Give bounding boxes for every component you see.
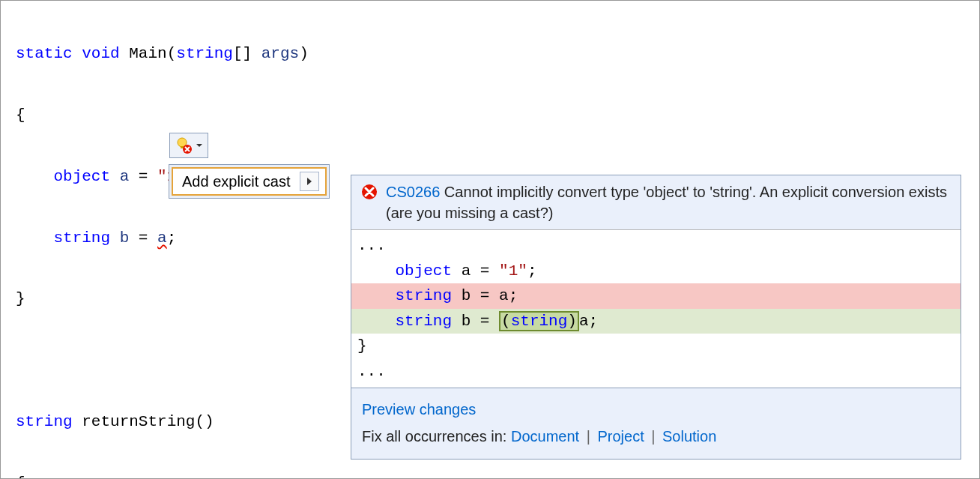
submenu-arrow[interactable]: [300, 172, 319, 191]
keyword-static: static: [16, 45, 73, 62]
quickfix-preview-panel: CS0266 Cannot implicitly convert type 'o…: [351, 175, 961, 460]
code-line[interactable]: {: [16, 469, 979, 479]
fix-project-link[interactable]: Project: [597, 428, 644, 445]
error-message: CS0266 Cannot implicitly convert type 'o…: [386, 181, 952, 223]
method-name: Main: [129, 45, 166, 62]
diff-preview: ... object a = "1"; string b = a; string…: [351, 229, 961, 388]
preview-footer: Preview changes Fix all occurrences in: …: [351, 388, 961, 459]
diff-added: string b = (string)a;: [351, 309, 961, 334]
keyword-void: void: [82, 45, 119, 62]
code-line[interactable]: {: [16, 100, 979, 131]
chevron-right-icon: [306, 177, 313, 186]
inserted-cast: (string): [499, 311, 579, 331]
error-icon: [360, 183, 378, 201]
quickfix-item-add-explicit-cast[interactable]: Add explicit cast: [172, 167, 327, 196]
fix-document-link[interactable]: Document: [511, 428, 579, 445]
lightbulb-error-icon: [175, 136, 193, 154]
error-header: CS0266 Cannot implicitly convert type 'o…: [351, 175, 961, 229]
diff-removed: string b = a;: [351, 283, 961, 309]
diff-context: ...: [351, 359, 961, 385]
diff-context: ...: [351, 233, 961, 259]
quickfix-label: Add explicit cast: [182, 173, 291, 190]
error-underline[interactable]: a: [157, 229, 167, 247]
lightbulb-button[interactable]: [169, 133, 208, 158]
diff-context: }: [351, 334, 961, 359]
fix-occurrences-label: Fix all occurrences in:: [362, 428, 511, 445]
chevron-down-icon: [196, 142, 203, 149]
fix-solution-link[interactable]: Solution: [662, 428, 716, 445]
code-line[interactable]: static void Main(string[] args): [16, 39, 979, 70]
preview-changes-link[interactable]: Preview changes: [362, 401, 476, 418]
quickfix-menu: Add explicit cast: [169, 164, 330, 199]
diff-context: object a = "1";: [351, 259, 961, 284]
error-code: CS0266: [386, 184, 440, 200]
